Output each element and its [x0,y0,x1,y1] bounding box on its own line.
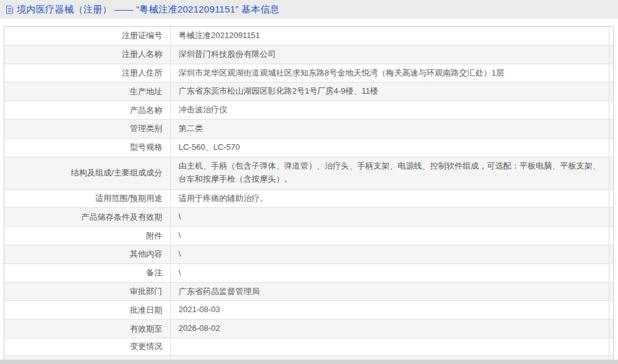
page-title: 境内医疗器械（注册） —— “粤械注准20212091151” 基本信息 [17,4,279,16]
row-value: 广东省东莞市松山湖园区彰化路2号1号厂房4-9楼、11楼 [170,82,609,101]
table-row: 生产地址广东省东莞市松山湖园区彰化路2号1号厂房4-9楼、11楼 [4,82,613,101]
row-label: 附件 [4,227,170,245]
table-row: 附件\ [4,227,613,245]
table-row: 审批部门广东省药品监督管理局 [4,283,613,302]
row-label: 变更情况 [4,338,170,355]
document-icon [6,5,14,14]
row-gutter [609,283,613,301]
row-gutter [609,64,613,82]
footer-strip [0,360,618,364]
row-gutter [609,82,613,101]
row-value [170,338,609,355]
row-label: 注册人住所 [4,64,170,82]
table-row: 其他内容\ [4,245,613,264]
table-row: 注册证编号粤械注准20212091151 [4,27,613,46]
row-gutter [609,120,613,138]
row-value: \ [170,245,609,263]
row-label: 备注 [4,264,170,282]
table-row: 产品名称冲击波治疗仪 [4,101,613,120]
row-label: 产品名称 [4,101,170,119]
row-gutter [609,320,613,338]
row-value: 2026-08-02 [170,320,609,338]
page-header: 境内医疗器械（注册） —— “粤械注准20212091151” 基本信息 [0,0,618,19]
row-gutter [609,46,613,64]
table-row: 结构及组成/主要组成成分由主机、手柄（包含子弹体、弹道管）、治疗头、手柄支架、电… [4,157,613,190]
row-value: 第二类 [170,120,609,138]
row-value: 2021-08-03 [170,301,609,319]
row-label: 批准日期 [4,301,170,319]
registration-info-table: 注册证编号粤械注准20212091151注册人名称深圳普门科技股份有限公司注册人… [4,26,614,364]
row-value: 广东省药品监督管理局 [170,283,609,301]
table-row: 型号规格LC-560、LC-570 [4,139,613,157]
table-row: 注册人名称深圳普门科技股份有限公司 [4,46,613,64]
row-label: 有效期至 [4,320,170,338]
table-row: 批准日期2021-08-03 [4,301,613,320]
row-gutter [609,227,613,245]
row-label: 适用范围/预期用途 [4,190,170,208]
row-value: 冲击波治疗仪 [170,101,609,119]
row-gutter [609,338,613,355]
row-label: 注册证编号 [4,27,170,45]
row-label: 产品储存条件及有效期 [4,208,170,226]
row-gutter [609,157,613,189]
row-value: \ [170,264,609,282]
row-label: 生产地址 [4,82,170,101]
row-value: 适用于疼痛的辅助治疗。 [170,190,609,208]
row-value: 粤械注准20212091151 [170,27,609,45]
row-gutter [609,264,613,282]
row-label: 审批部门 [4,283,170,301]
row-value: 深圳市龙华区观湖街道观城社区求知东路8号金地天悦湾（梅关高速与环观南路交汇处）1… [170,64,609,82]
row-gutter [609,245,613,263]
table-row: 有效期至2026-08-02 [4,320,613,338]
row-gutter [609,208,613,226]
row-gutter [609,301,613,319]
table-row: 备注\ [4,264,613,283]
table-row: 产品储存条件及有效期\ [4,208,613,227]
row-gutter [609,101,613,119]
row-gutter [609,190,613,208]
table-row: 注册人住所深圳市龙华区观湖街道观城社区求知东路8号金地天悦湾（梅关高速与环观南路… [4,64,613,83]
row-value: 深圳普门科技股份有限公司 [170,46,609,64]
row-value: \ [170,208,609,226]
row-gutter [609,27,613,45]
table-row: 管理类别第二类 [4,120,613,139]
row-value: 由主机、手柄（包含子弹体、弹道管）、治疗头、手柄支架、电源线、控制软件组成，可选… [170,157,609,189]
row-gutter [609,139,613,157]
table-row: 适用范围/预期用途适用于疼痛的辅助治疗。 [4,190,613,209]
row-label: 型号规格 [4,139,170,157]
row-label: 管理类别 [4,120,170,138]
table-row: 变更情况 [4,338,613,356]
row-value: LC-560、LC-570 [170,139,609,157]
row-label: 注册人名称 [4,46,170,64]
row-value: \ [170,227,609,245]
row-label: 其他内容 [4,245,170,263]
row-label: 结构及组成/主要组成成分 [4,157,170,189]
